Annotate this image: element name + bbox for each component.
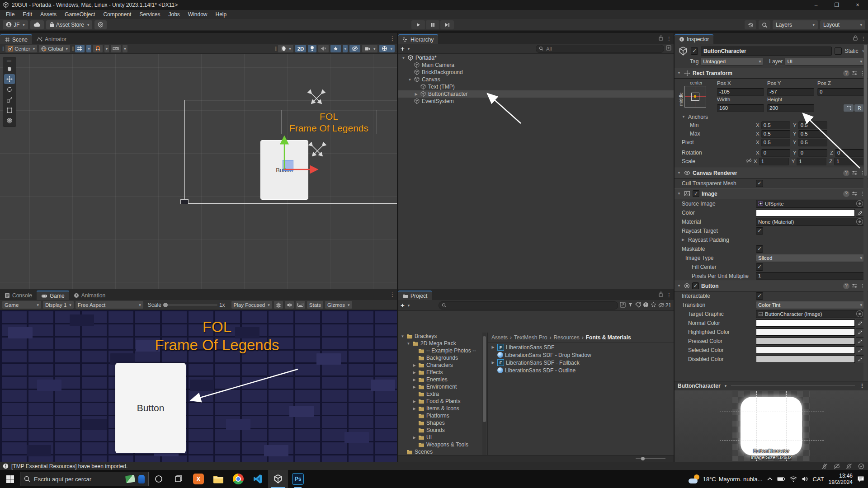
- tab-game[interactable]: Game: [37, 291, 69, 300]
- tool-handle-rotation-dropdown[interactable]: Global▾: [39, 45, 70, 52]
- status-bar[interactable]: [TMP Essential Resources] have been impo…: [0, 462, 868, 470]
- anchor-preset-widget[interactable]: center middle: [678, 80, 712, 112]
- display-target-dropdown[interactable]: Game▾: [2, 301, 41, 309]
- add-gameobject-caret[interactable]: ▾: [408, 47, 410, 51]
- step-button[interactable]: [440, 20, 454, 29]
- rotation-x-field[interactable]: 0: [761, 149, 790, 157]
- gameobject-name-field[interactable]: ButtonCharacter: [701, 47, 832, 56]
- project-folder-example-photos[interactable]: -- Example Photos --: [398, 347, 482, 354]
- project-folder-2d-mega-pack[interactable]: ▼2D Mega Pack: [398, 340, 482, 347]
- blueprint-mode-button[interactable]: [844, 104, 854, 112]
- expander-icon[interactable]: ▼: [401, 56, 406, 60]
- hierarchy-menu-icon[interactable]: ⋮: [666, 36, 672, 42]
- snap-caret[interactable]: ▾: [104, 45, 109, 52]
- game-button-element[interactable]: Button: [115, 363, 186, 453]
- presets-icon[interactable]: [852, 283, 858, 289]
- project-folder-platforms[interactable]: Platforms: [398, 412, 482, 419]
- source-image-field[interactable]: UISprite: [756, 200, 864, 208]
- project-folder-ui[interactable]: ▶UI: [398, 434, 482, 441]
- project-folder-weapons-tools[interactable]: Weapons & Tools: [398, 441, 482, 448]
- project-folder-sounds[interactable]: Sounds: [398, 427, 482, 434]
- expander-icon[interactable]: ▶: [412, 436, 417, 440]
- foldout-icon[interactable]: ▼: [677, 171, 682, 175]
- clock[interactable]: 13:46 19/2/2024: [829, 473, 853, 485]
- width-field[interactable]: 160: [717, 104, 764, 112]
- move-tool-button[interactable]: [4, 74, 15, 84]
- wifi-icon[interactable]: [790, 476, 797, 482]
- view-tool-button[interactable]: [4, 64, 15, 74]
- tab-animation[interactable]: Animation: [69, 291, 110, 300]
- account-dropdown[interactable]: JF▾: [3, 20, 28, 29]
- hierarchy-item-canvas[interactable]: ▼Canvas: [398, 76, 674, 83]
- maskable-checkbox[interactable]: ✓: [756, 245, 763, 253]
- expander-icon[interactable]: ▼: [407, 78, 412, 82]
- thumbnail-size-slider[interactable]: [636, 458, 665, 459]
- expander-icon[interactable]: ▶: [414, 92, 419, 96]
- hierarchy-search-input[interactable]: [545, 46, 661, 52]
- project-search-input[interactable]: [448, 302, 615, 309]
- expander-icon[interactable]: ▼: [400, 334, 405, 338]
- color-swatch[interactable]: [756, 338, 855, 345]
- toolbar-grip[interactable]: ||: [2, 46, 4, 51]
- project-folder-effects[interactable]: ▶Effects: [398, 369, 482, 376]
- minimize-button[interactable]: –: [806, 0, 826, 10]
- layer-dropdown[interactable]: UI▾: [785, 58, 864, 65]
- preview-menu-icon[interactable]: ⋮: [859, 383, 865, 389]
- expander-icon[interactable]: ▶: [412, 378, 417, 382]
- asset-store-dropdown[interactable]: Asset Store▾: [46, 20, 93, 29]
- chrome-button[interactable]: [228, 470, 248, 488]
- expander-icon[interactable]: ▶: [412, 399, 417, 404]
- hierarchy-item-eventsystem[interactable]: EventSystem: [398, 98, 674, 105]
- import-warning-icon[interactable]: [643, 302, 649, 309]
- tag-dropdown[interactable]: Untagged▾: [701, 58, 763, 65]
- presets-icon[interactable]: [852, 191, 858, 197]
- project-folder-shapes[interactable]: Shapes: [398, 419, 482, 427]
- pos-y-field[interactable]: -57: [767, 88, 814, 96]
- xampp-button[interactable]: X: [189, 470, 208, 488]
- breadcrumb-textmesh-pro[interactable]: TextMesh Pro: [514, 334, 547, 341]
- 2d-mode-button[interactable]: 2D: [295, 45, 307, 52]
- object-picker-icon[interactable]: [856, 310, 863, 317]
- material-field[interactable]: None (Material): [756, 218, 864, 226]
- image-type-dropdown[interactable]: Sliced▾: [756, 254, 864, 262]
- unity-taskbar-button[interactable]: [268, 470, 288, 488]
- pause-button[interactable]: [426, 20, 439, 29]
- raycast-target-checkbox[interactable]: ✓: [756, 227, 763, 235]
- anchor-max-y-field[interactable]: 0.5: [798, 130, 827, 138]
- help-icon[interactable]: ?: [843, 191, 849, 197]
- cloud-muted-icon[interactable]: [834, 463, 840, 469]
- project-menu-icon[interactable]: ⋮: [666, 292, 672, 298]
- image-enabled-checkbox[interactable]: ✓: [693, 190, 699, 197]
- project-file-liberationsans-sdf-drop-shadow[interactable]: LiberationSans SDF - Drop Shadow: [488, 351, 674, 359]
- debug-button[interactable]: [274, 301, 283, 309]
- shading-mode-dropdown[interactable]: ▾: [278, 45, 293, 52]
- hierarchy-item-text-tmp[interactable]: Text (TMP): [398, 83, 674, 90]
- photoshop-button[interactable]: Ps: [288, 470, 308, 488]
- weather-widget[interactable]: 18°C Mayorm. nubla...: [689, 474, 763, 483]
- anchor-min-y-field[interactable]: 0.5: [798, 122, 827, 129]
- project-folder-scenes[interactable]: Scenes: [398, 448, 482, 455]
- play-button[interactable]: [411, 20, 425, 29]
- foldout-icon[interactable]: ▼: [677, 192, 682, 196]
- pivot-x-field[interactable]: 0.5: [761, 139, 790, 146]
- rect-tool-button[interactable]: [4, 105, 15, 115]
- hierarchy-picking-icon[interactable]: [666, 45, 671, 52]
- favorites-star-icon[interactable]: [651, 302, 656, 309]
- mute-audio-button[interactable]: [285, 301, 294, 309]
- undo-history-button[interactable]: [745, 20, 756, 29]
- expander-icon[interactable]: ▶: [491, 361, 495, 365]
- pos-z-field[interactable]: 0: [817, 88, 864, 96]
- scale-x-field[interactable]: 1: [759, 158, 789, 165]
- inspector-scrollbar[interactable]: [863, 44, 868, 381]
- hierarchy-item-main-camera[interactable]: Main Camera: [398, 61, 674, 69]
- object-picker-icon[interactable]: [856, 200, 863, 207]
- hierarchy-item-buttoncharacter[interactable]: ▶ButtonCharacter: [398, 90, 674, 98]
- move-tool-plane-handle[interactable]: [283, 160, 293, 171]
- expander-icon[interactable]: ▼: [406, 342, 411, 346]
- interactable-checkbox[interactable]: ✓: [756, 292, 763, 300]
- project-folder-extra[interactable]: Extra: [398, 390, 482, 398]
- height-field[interactable]: 200: [767, 104, 814, 112]
- menu-component[interactable]: Component: [99, 10, 135, 19]
- tab-project[interactable]: Project: [398, 291, 432, 300]
- volume-icon[interactable]: [802, 476, 808, 482]
